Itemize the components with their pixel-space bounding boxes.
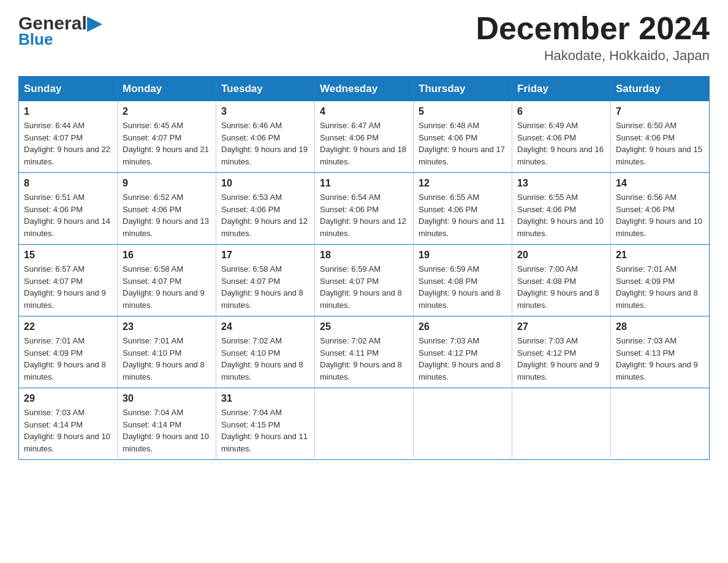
calendar-cell: 1 Sunrise: 6:44 AMSunset: 4:07 PMDayligh… (19, 101, 118, 173)
calendar-cell: 14 Sunrise: 6:56 AMSunset: 4:06 PMDaylig… (611, 173, 710, 245)
day-info: Sunrise: 6:54 AMSunset: 4:06 PMDaylight:… (320, 191, 408, 239)
calendar-cell (414, 388, 512, 460)
day-info: Sunrise: 6:59 AMSunset: 4:08 PMDaylight:… (419, 263, 507, 311)
day-info: Sunrise: 6:44 AMSunset: 4:07 PMDaylight:… (24, 120, 112, 167)
calendar-cell: 12 Sunrise: 6:55 AMSunset: 4:06 PMDaylig… (414, 173, 512, 245)
calendar-cell: 22 Sunrise: 7:01 AMSunset: 4:09 PMDaylig… (19, 316, 118, 388)
day-number: 14 (616, 178, 704, 189)
day-number: 27 (517, 321, 605, 332)
day-header-tuesday: Tuesday (216, 77, 315, 102)
day-info: Sunrise: 6:51 AMSunset: 4:06 PMDaylight:… (24, 191, 112, 239)
calendar-cell (315, 388, 414, 460)
day-number: 8 (24, 178, 112, 189)
calendar-cell: 29 Sunrise: 7:03 AMSunset: 4:14 PMDaylig… (19, 388, 118, 460)
day-info: Sunrise: 7:03 AMSunset: 4:13 PMDaylight:… (616, 335, 704, 383)
calendar-week-4: 22 Sunrise: 7:01 AMSunset: 4:09 PMDaylig… (19, 316, 710, 388)
day-info: Sunrise: 6:46 AMSunset: 4:06 PMDaylight:… (221, 120, 309, 167)
day-header-monday: Monday (118, 77, 216, 102)
calendar-week-1: 1 Sunrise: 6:44 AMSunset: 4:07 PMDayligh… (19, 101, 710, 173)
calendar-cell: 20 Sunrise: 7:00 AMSunset: 4:08 PMDaylig… (512, 245, 611, 316)
calendar-week-3: 15 Sunrise: 6:57 AMSunset: 4:07 PMDaylig… (19, 245, 710, 316)
calendar-cell: 2 Sunrise: 6:45 AMSunset: 4:07 PMDayligh… (118, 101, 216, 173)
calendar-cell: 30 Sunrise: 7:04 AMSunset: 4:14 PMDaylig… (118, 388, 216, 460)
day-info: Sunrise: 7:04 AMSunset: 4:15 PMDaylight:… (221, 407, 309, 454)
day-number: 17 (221, 250, 309, 261)
day-number: 5 (419, 106, 507, 117)
day-info: Sunrise: 6:53 AMSunset: 4:06 PMDaylight:… (221, 191, 309, 239)
day-info: Sunrise: 6:48 AMSunset: 4:06 PMDaylight:… (419, 120, 507, 167)
page-header: General▶ Blue December 2024 Hakodate, Ho… (18, 12, 710, 64)
calendar-cell: 25 Sunrise: 7:02 AMSunset: 4:11 PMDaylig… (315, 316, 414, 388)
day-number: 31 (221, 393, 309, 404)
day-number: 6 (517, 106, 605, 117)
calendar-cell: 21 Sunrise: 7:01 AMSunset: 4:09 PMDaylig… (611, 245, 710, 316)
calendar-cell: 28 Sunrise: 7:03 AMSunset: 4:13 PMDaylig… (611, 316, 710, 388)
day-info: Sunrise: 6:58 AMSunset: 4:07 PMDaylight:… (221, 263, 309, 311)
day-info: Sunrise: 6:58 AMSunset: 4:07 PMDaylight:… (123, 263, 211, 311)
day-header-thursday: Thursday (414, 77, 512, 102)
calendar-cell: 3 Sunrise: 6:46 AMSunset: 4:06 PMDayligh… (216, 101, 315, 173)
calendar-cell: 19 Sunrise: 6:59 AMSunset: 4:08 PMDaylig… (414, 245, 512, 316)
title-section: December 2024 Hakodate, Hokkaido, Japan (476, 12, 710, 64)
day-info: Sunrise: 7:03 AMSunset: 4:12 PMDaylight:… (419, 335, 507, 383)
day-info: Sunrise: 6:49 AMSunset: 4:06 PMDaylight:… (517, 120, 605, 167)
calendar-cell: 5 Sunrise: 6:48 AMSunset: 4:06 PMDayligh… (414, 101, 512, 173)
day-info: Sunrise: 7:02 AMSunset: 4:10 PMDaylight:… (221, 335, 309, 383)
day-info: Sunrise: 7:03 AMSunset: 4:12 PMDaylight:… (517, 335, 605, 383)
day-number: 29 (24, 393, 112, 404)
day-number: 1 (24, 106, 112, 117)
day-number: 23 (123, 321, 211, 332)
day-number: 19 (419, 250, 507, 261)
day-header-wednesday: Wednesday (315, 77, 414, 102)
calendar-cell: 10 Sunrise: 6:53 AMSunset: 4:06 PMDaylig… (216, 173, 315, 245)
day-info: Sunrise: 7:01 AMSunset: 4:10 PMDaylight:… (123, 335, 211, 383)
logo: General▶ Blue (18, 12, 101, 49)
day-number: 9 (123, 178, 211, 189)
day-info: Sunrise: 6:55 AMSunset: 4:06 PMDaylight:… (419, 191, 507, 239)
day-number: 2 (123, 106, 211, 117)
day-number: 15 (24, 250, 112, 261)
calendar-cell: 27 Sunrise: 7:03 AMSunset: 4:12 PMDaylig… (512, 316, 611, 388)
calendar-cell: 9 Sunrise: 6:52 AMSunset: 4:06 PMDayligh… (118, 173, 216, 245)
calendar-cell (512, 388, 611, 460)
calendar-cell: 26 Sunrise: 7:03 AMSunset: 4:12 PMDaylig… (414, 316, 512, 388)
calendar-cell: 7 Sunrise: 6:50 AMSunset: 4:06 PMDayligh… (611, 101, 710, 173)
day-number: 10 (221, 178, 309, 189)
day-info: Sunrise: 6:47 AMSunset: 4:06 PMDaylight:… (320, 120, 408, 167)
logo-blue-text: Blue (18, 30, 53, 49)
month-title: December 2024 (476, 12, 710, 44)
day-number: 16 (123, 250, 211, 261)
day-info: Sunrise: 6:57 AMSunset: 4:07 PMDaylight:… (24, 263, 112, 311)
calendar-cell: 16 Sunrise: 6:58 AMSunset: 4:07 PMDaylig… (118, 245, 216, 316)
calendar-header-row: SundayMondayTuesdayWednesdayThursdayFrid… (19, 77, 710, 102)
day-number: 26 (419, 321, 507, 332)
day-number: 12 (419, 178, 507, 189)
calendar-cell: 18 Sunrise: 6:59 AMSunset: 4:07 PMDaylig… (315, 245, 414, 316)
day-info: Sunrise: 6:56 AMSunset: 4:06 PMDaylight:… (616, 191, 704, 239)
day-number: 24 (221, 321, 309, 332)
day-number: 28 (616, 321, 704, 332)
day-info: Sunrise: 7:02 AMSunset: 4:11 PMDaylight:… (320, 335, 408, 383)
day-number: 18 (320, 250, 408, 261)
calendar-week-2: 8 Sunrise: 6:51 AMSunset: 4:06 PMDayligh… (19, 173, 710, 245)
day-number: 22 (24, 321, 112, 332)
calendar-week-5: 29 Sunrise: 7:03 AMSunset: 4:14 PMDaylig… (19, 388, 710, 460)
day-number: 11 (320, 178, 408, 189)
calendar-cell: 15 Sunrise: 6:57 AMSunset: 4:07 PMDaylig… (19, 245, 118, 316)
calendar-cell: 8 Sunrise: 6:51 AMSunset: 4:06 PMDayligh… (19, 173, 118, 245)
calendar-cell (611, 388, 710, 460)
day-info: Sunrise: 7:04 AMSunset: 4:14 PMDaylight:… (123, 407, 211, 454)
day-number: 25 (320, 321, 408, 332)
calendar-cell: 4 Sunrise: 6:47 AMSunset: 4:06 PMDayligh… (315, 101, 414, 173)
calendar-cell: 31 Sunrise: 7:04 AMSunset: 4:15 PMDaylig… (216, 388, 315, 460)
day-number: 3 (221, 106, 309, 117)
day-info: Sunrise: 6:59 AMSunset: 4:07 PMDaylight:… (320, 263, 408, 311)
calendar-cell: 24 Sunrise: 7:02 AMSunset: 4:10 PMDaylig… (216, 316, 315, 388)
day-header-friday: Friday (512, 77, 611, 102)
calendar-cell: 6 Sunrise: 6:49 AMSunset: 4:06 PMDayligh… (512, 101, 611, 173)
day-info: Sunrise: 6:45 AMSunset: 4:07 PMDaylight:… (123, 120, 211, 167)
day-header-saturday: Saturday (611, 77, 710, 102)
day-info: Sunrise: 6:50 AMSunset: 4:06 PMDaylight:… (616, 120, 704, 167)
day-number: 30 (123, 393, 211, 404)
day-number: 13 (517, 178, 605, 189)
